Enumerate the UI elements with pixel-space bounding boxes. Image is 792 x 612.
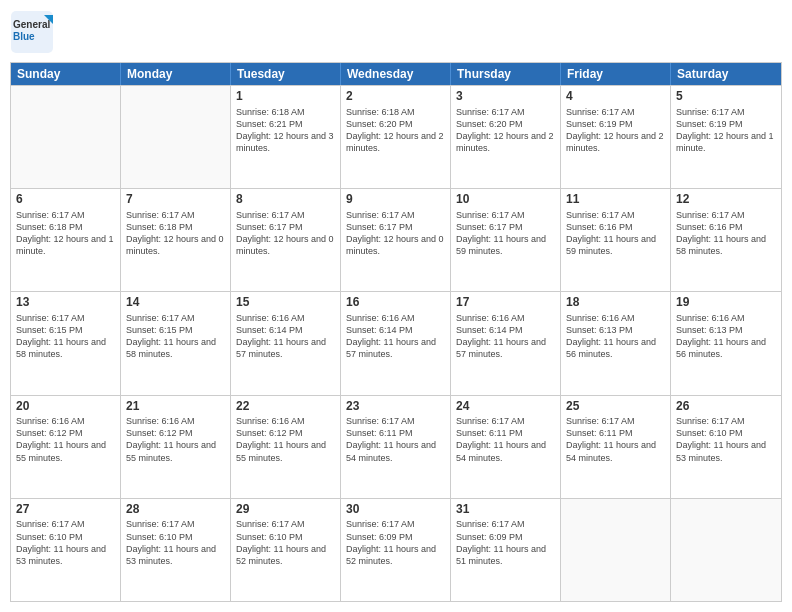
calendar-week-3: 13Sunrise: 6:17 AMSunset: 6:15 PMDayligh… — [11, 291, 781, 394]
calendar-day-30: 30Sunrise: 6:17 AMSunset: 6:09 PMDayligh… — [341, 499, 451, 601]
day-header-saturday: Saturday — [671, 63, 781, 85]
day-number: 31 — [456, 502, 555, 518]
svg-text:General: General — [13, 19, 50, 30]
day-info: Sunrise: 6:18 AMSunset: 6:21 PMDaylight:… — [236, 106, 335, 155]
day-info: Sunrise: 6:17 AMSunset: 6:19 PMDaylight:… — [676, 106, 776, 155]
day-number: 4 — [566, 89, 665, 105]
page-header: General Blue — [10, 10, 782, 54]
day-number: 25 — [566, 399, 665, 415]
day-number: 27 — [16, 502, 115, 518]
day-number: 10 — [456, 192, 555, 208]
day-info: Sunrise: 6:17 AMSunset: 6:11 PMDaylight:… — [566, 415, 665, 464]
calendar-day-26: 26Sunrise: 6:17 AMSunset: 6:10 PMDayligh… — [671, 396, 781, 498]
day-header-friday: Friday — [561, 63, 671, 85]
day-number: 29 — [236, 502, 335, 518]
calendar-day-2: 2Sunrise: 6:18 AMSunset: 6:20 PMDaylight… — [341, 86, 451, 188]
day-info: Sunrise: 6:16 AMSunset: 6:14 PMDaylight:… — [346, 312, 445, 361]
day-number: 30 — [346, 502, 445, 518]
day-number: 24 — [456, 399, 555, 415]
day-number: 15 — [236, 295, 335, 311]
day-header-monday: Monday — [121, 63, 231, 85]
day-number: 21 — [126, 399, 225, 415]
day-info: Sunrise: 6:17 AMSunset: 6:15 PMDaylight:… — [16, 312, 115, 361]
day-number: 16 — [346, 295, 445, 311]
calendar-empty-cell — [561, 499, 671, 601]
calendar-day-4: 4Sunrise: 6:17 AMSunset: 6:19 PMDaylight… — [561, 86, 671, 188]
calendar-week-1: 1Sunrise: 6:18 AMSunset: 6:21 PMDaylight… — [11, 85, 781, 188]
day-info: Sunrise: 6:17 AMSunset: 6:16 PMDaylight:… — [676, 209, 776, 258]
day-header-tuesday: Tuesday — [231, 63, 341, 85]
logo: General Blue — [10, 10, 54, 54]
calendar-day-7: 7Sunrise: 6:17 AMSunset: 6:18 PMDaylight… — [121, 189, 231, 291]
day-number: 8 — [236, 192, 335, 208]
calendar-day-1: 1Sunrise: 6:18 AMSunset: 6:21 PMDaylight… — [231, 86, 341, 188]
day-number: 17 — [456, 295, 555, 311]
calendar: SundayMondayTuesdayWednesdayThursdayFrid… — [10, 62, 782, 602]
calendar-day-12: 12Sunrise: 6:17 AMSunset: 6:16 PMDayligh… — [671, 189, 781, 291]
day-info: Sunrise: 6:17 AMSunset: 6:09 PMDaylight:… — [456, 518, 555, 567]
day-info: Sunrise: 6:17 AMSunset: 6:11 PMDaylight:… — [456, 415, 555, 464]
day-number: 9 — [346, 192, 445, 208]
day-info: Sunrise: 6:18 AMSunset: 6:20 PMDaylight:… — [346, 106, 445, 155]
calendar-day-5: 5Sunrise: 6:17 AMSunset: 6:19 PMDaylight… — [671, 86, 781, 188]
day-header-thursday: Thursday — [451, 63, 561, 85]
day-header-wednesday: Wednesday — [341, 63, 451, 85]
day-info: Sunrise: 6:17 AMSunset: 6:10 PMDaylight:… — [676, 415, 776, 464]
calendar-header: SundayMondayTuesdayWednesdayThursdayFrid… — [11, 63, 781, 85]
day-number: 19 — [676, 295, 776, 311]
calendar-week-4: 20Sunrise: 6:16 AMSunset: 6:12 PMDayligh… — [11, 395, 781, 498]
day-number: 18 — [566, 295, 665, 311]
calendar-day-27: 27Sunrise: 6:17 AMSunset: 6:10 PMDayligh… — [11, 499, 121, 601]
day-number: 3 — [456, 89, 555, 105]
day-info: Sunrise: 6:16 AMSunset: 6:12 PMDaylight:… — [236, 415, 335, 464]
day-info: Sunrise: 6:16 AMSunset: 6:14 PMDaylight:… — [456, 312, 555, 361]
day-info: Sunrise: 6:17 AMSunset: 6:18 PMDaylight:… — [126, 209, 225, 258]
day-info: Sunrise: 6:17 AMSunset: 6:11 PMDaylight:… — [346, 415, 445, 464]
calendar-day-8: 8Sunrise: 6:17 AMSunset: 6:17 PMDaylight… — [231, 189, 341, 291]
calendar-day-29: 29Sunrise: 6:17 AMSunset: 6:10 PMDayligh… — [231, 499, 341, 601]
calendar-day-9: 9Sunrise: 6:17 AMSunset: 6:17 PMDaylight… — [341, 189, 451, 291]
day-info: Sunrise: 6:17 AMSunset: 6:17 PMDaylight:… — [456, 209, 555, 258]
calendar-day-16: 16Sunrise: 6:16 AMSunset: 6:14 PMDayligh… — [341, 292, 451, 394]
calendar-day-20: 20Sunrise: 6:16 AMSunset: 6:12 PMDayligh… — [11, 396, 121, 498]
calendar-empty-cell — [11, 86, 121, 188]
calendar-day-19: 19Sunrise: 6:16 AMSunset: 6:13 PMDayligh… — [671, 292, 781, 394]
calendar-week-5: 27Sunrise: 6:17 AMSunset: 6:10 PMDayligh… — [11, 498, 781, 601]
calendar-day-13: 13Sunrise: 6:17 AMSunset: 6:15 PMDayligh… — [11, 292, 121, 394]
day-number: 13 — [16, 295, 115, 311]
day-number: 2 — [346, 89, 445, 105]
calendar-day-21: 21Sunrise: 6:16 AMSunset: 6:12 PMDayligh… — [121, 396, 231, 498]
calendar-day-24: 24Sunrise: 6:17 AMSunset: 6:11 PMDayligh… — [451, 396, 561, 498]
day-number: 11 — [566, 192, 665, 208]
day-number: 28 — [126, 502, 225, 518]
calendar-day-3: 3Sunrise: 6:17 AMSunset: 6:20 PMDaylight… — [451, 86, 561, 188]
calendar-day-28: 28Sunrise: 6:17 AMSunset: 6:10 PMDayligh… — [121, 499, 231, 601]
day-number: 26 — [676, 399, 776, 415]
day-info: Sunrise: 6:17 AMSunset: 6:20 PMDaylight:… — [456, 106, 555, 155]
calendar-day-22: 22Sunrise: 6:16 AMSunset: 6:12 PMDayligh… — [231, 396, 341, 498]
day-number: 1 — [236, 89, 335, 105]
day-number: 20 — [16, 399, 115, 415]
calendar-day-23: 23Sunrise: 6:17 AMSunset: 6:11 PMDayligh… — [341, 396, 451, 498]
calendar-day-11: 11Sunrise: 6:17 AMSunset: 6:16 PMDayligh… — [561, 189, 671, 291]
day-info: Sunrise: 6:17 AMSunset: 6:10 PMDaylight:… — [126, 518, 225, 567]
calendar-day-17: 17Sunrise: 6:16 AMSunset: 6:14 PMDayligh… — [451, 292, 561, 394]
calendar-day-10: 10Sunrise: 6:17 AMSunset: 6:17 PMDayligh… — [451, 189, 561, 291]
day-number: 7 — [126, 192, 225, 208]
day-info: Sunrise: 6:17 AMSunset: 6:15 PMDaylight:… — [126, 312, 225, 361]
day-info: Sunrise: 6:16 AMSunset: 6:12 PMDaylight:… — [126, 415, 225, 464]
day-header-sunday: Sunday — [11, 63, 121, 85]
day-info: Sunrise: 6:17 AMSunset: 6:17 PMDaylight:… — [236, 209, 335, 258]
day-info: Sunrise: 6:17 AMSunset: 6:17 PMDaylight:… — [346, 209, 445, 258]
calendar-empty-cell — [671, 499, 781, 601]
day-info: Sunrise: 6:17 AMSunset: 6:16 PMDaylight:… — [566, 209, 665, 258]
calendar-week-2: 6Sunrise: 6:17 AMSunset: 6:18 PMDaylight… — [11, 188, 781, 291]
day-info: Sunrise: 6:17 AMSunset: 6:09 PMDaylight:… — [346, 518, 445, 567]
calendar-day-31: 31Sunrise: 6:17 AMSunset: 6:09 PMDayligh… — [451, 499, 561, 601]
day-number: 5 — [676, 89, 776, 105]
day-info: Sunrise: 6:16 AMSunset: 6:14 PMDaylight:… — [236, 312, 335, 361]
calendar-day-14: 14Sunrise: 6:17 AMSunset: 6:15 PMDayligh… — [121, 292, 231, 394]
day-info: Sunrise: 6:17 AMSunset: 6:18 PMDaylight:… — [16, 209, 115, 258]
svg-text:Blue: Blue — [13, 31, 35, 42]
calendar-day-6: 6Sunrise: 6:17 AMSunset: 6:18 PMDaylight… — [11, 189, 121, 291]
